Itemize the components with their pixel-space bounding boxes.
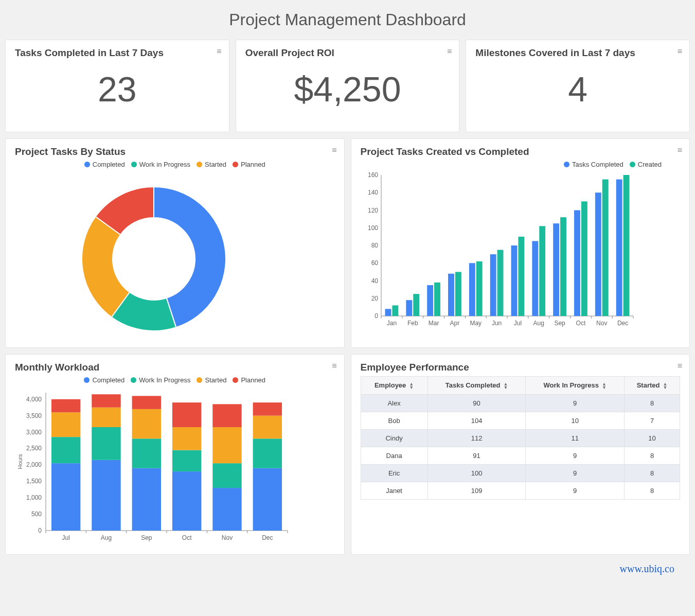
bar[interactable] bbox=[560, 217, 566, 316]
table-cell: 91 bbox=[427, 447, 526, 464]
table-cell: 7 bbox=[625, 412, 680, 429]
bar[interactable] bbox=[385, 309, 391, 316]
menu-icon[interactable]: ≡ bbox=[332, 146, 336, 154]
bar-segment[interactable] bbox=[51, 437, 80, 463]
table-cell: 8 bbox=[625, 447, 680, 464]
legend-item[interactable]: Created bbox=[630, 161, 662, 168]
bar[interactable] bbox=[511, 245, 517, 316]
legend-item[interactable]: Started bbox=[197, 161, 226, 168]
bar[interactable] bbox=[539, 226, 545, 316]
legend-item[interactable]: Started bbox=[197, 376, 226, 384]
table-row: Janet10998 bbox=[361, 482, 680, 499]
menu-icon[interactable]: ≡ bbox=[678, 362, 682, 370]
sort-icon[interactable]: ▲▼ bbox=[409, 382, 414, 390]
bar-segment[interactable] bbox=[132, 468, 161, 531]
table-cell: Janet bbox=[361, 482, 427, 499]
bar[interactable] bbox=[392, 305, 398, 316]
legend-item[interactable]: Completed bbox=[84, 161, 125, 168]
bar-segment[interactable] bbox=[172, 402, 201, 427]
menu-icon[interactable]: ≡ bbox=[217, 47, 221, 56]
kpi-value: $4,250 bbox=[245, 69, 450, 109]
bar-segment[interactable] bbox=[172, 450, 201, 471]
bar-segment[interactable] bbox=[92, 394, 120, 408]
svg-text:Aug: Aug bbox=[533, 320, 544, 327]
bar[interactable] bbox=[448, 274, 454, 316]
bar[interactable] bbox=[427, 285, 433, 316]
stacked-bar-card: ≡ Monthly Workload CompletedWork In Prog… bbox=[5, 354, 345, 555]
bar[interactable] bbox=[595, 192, 601, 316]
table-cell: 8 bbox=[625, 464, 680, 482]
bar[interactable] bbox=[623, 175, 629, 316]
table-header[interactable]: Tasks Completed▲▼ bbox=[427, 377, 526, 395]
bar[interactable] bbox=[406, 300, 412, 316]
legend-item[interactable]: Completed bbox=[84, 376, 124, 384]
table-header[interactable]: Employee▲▼ bbox=[361, 377, 427, 395]
bar[interactable] bbox=[532, 241, 538, 316]
svg-text:0: 0 bbox=[38, 527, 42, 534]
bar-segment[interactable] bbox=[253, 416, 282, 439]
svg-text:160: 160 bbox=[367, 171, 378, 179]
bar[interactable] bbox=[518, 237, 524, 316]
table-header[interactable]: Started▲▼ bbox=[625, 377, 680, 395]
svg-text:3,000: 3,000 bbox=[26, 429, 42, 436]
bar-segment[interactable] bbox=[132, 438, 161, 468]
bar-segment[interactable] bbox=[132, 409, 161, 438]
svg-text:Nov: Nov bbox=[222, 534, 233, 541]
bar[interactable] bbox=[490, 254, 496, 316]
bar-segment[interactable] bbox=[172, 471, 201, 531]
bar[interactable] bbox=[574, 210, 580, 316]
menu-icon[interactable]: ≡ bbox=[678, 47, 682, 56]
bar[interactable] bbox=[476, 261, 482, 316]
bar-segment[interactable] bbox=[253, 468, 282, 531]
legend-item[interactable]: Planned bbox=[233, 161, 265, 168]
bar-segment[interactable] bbox=[253, 402, 282, 416]
table-cell: 10 bbox=[526, 412, 625, 429]
menu-icon[interactable]: ≡ bbox=[332, 362, 336, 370]
chart-title: Project Tasks Created vs Completed bbox=[361, 146, 681, 157]
bar-segment[interactable] bbox=[51, 463, 80, 531]
legend-item[interactable]: Planned bbox=[233, 376, 265, 384]
legend-item[interactable]: Work In Progress bbox=[131, 376, 190, 384]
menu-icon[interactable]: ≡ bbox=[678, 146, 682, 154]
legend-item[interactable]: Work in Progress bbox=[131, 161, 190, 168]
bar-segment[interactable] bbox=[172, 427, 201, 450]
bar[interactable] bbox=[581, 201, 587, 316]
svg-text:Aug: Aug bbox=[101, 534, 112, 541]
bar-segment[interactable] bbox=[212, 427, 241, 463]
grouped-bar-card: ≡ Project Tasks Created vs Completed Tas… bbox=[351, 138, 690, 348]
kpi-title: Milestones Covered in Last 7 days bbox=[475, 47, 680, 59]
bar-segment[interactable] bbox=[92, 427, 120, 460]
bar[interactable] bbox=[616, 180, 622, 316]
bar-segment[interactable] bbox=[51, 412, 80, 437]
bar[interactable] bbox=[413, 294, 419, 316]
table-cell: 90 bbox=[427, 394, 526, 412]
sort-icon[interactable]: ▲▼ bbox=[503, 382, 508, 390]
donut-chart bbox=[15, 174, 335, 340]
bar-segment[interactable] bbox=[212, 404, 241, 427]
bar[interactable] bbox=[497, 250, 503, 316]
bar-segment[interactable] bbox=[253, 438, 282, 468]
bar[interactable] bbox=[602, 180, 608, 316]
svg-text:Hours: Hours bbox=[17, 454, 23, 469]
legend-item[interactable]: Tasks Completed bbox=[564, 161, 623, 168]
bar-segment[interactable] bbox=[92, 460, 120, 531]
bar[interactable] bbox=[469, 263, 475, 316]
bar[interactable] bbox=[455, 272, 461, 316]
svg-text:1,000: 1,000 bbox=[26, 494, 42, 501]
bar-segment[interactable] bbox=[92, 408, 120, 427]
table-cell: Bob bbox=[361, 412, 427, 429]
bar-segment[interactable] bbox=[51, 399, 80, 413]
bar[interactable] bbox=[434, 283, 440, 316]
sort-icon[interactable]: ▲▼ bbox=[602, 382, 607, 390]
sort-icon[interactable]: ▲▼ bbox=[663, 382, 667, 390]
chart-legend: CompletedWork In ProgressStartedPlanned bbox=[15, 376, 335, 384]
bar-segment[interactable] bbox=[212, 463, 241, 488]
bar-segment[interactable] bbox=[132, 396, 161, 409]
table-header[interactable]: Work In Progress▲▼ bbox=[526, 377, 625, 395]
svg-text:Jan: Jan bbox=[386, 320, 396, 327]
bar[interactable] bbox=[553, 223, 559, 316]
bar-segment[interactable] bbox=[212, 488, 241, 531]
table-cell: 8 bbox=[625, 482, 680, 499]
menu-icon[interactable]: ≡ bbox=[447, 47, 452, 56]
svg-text:120: 120 bbox=[367, 207, 378, 214]
